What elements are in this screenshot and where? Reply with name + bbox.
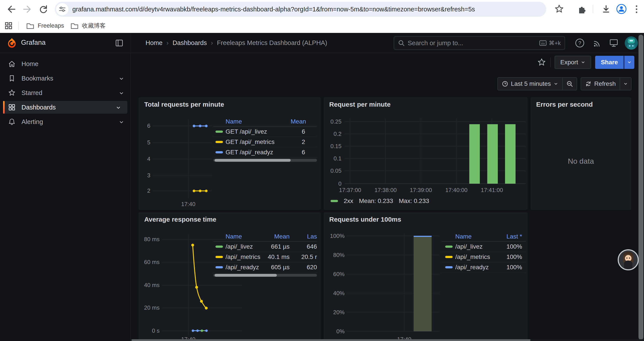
- refresh-interval-dropdown[interactable]: [620, 78, 631, 90]
- series-mean: 605 µs: [261, 264, 290, 271]
- back-icon[interactable]: [6, 4, 17, 15]
- series-last: 100%: [500, 243, 526, 250]
- brand-title: Grafana: [21, 39, 46, 47]
- legend-last-header[interactable]: Last *: [500, 233, 526, 240]
- bookmark-label: Freeleaps: [38, 22, 64, 29]
- apps-grid-icon[interactable]: [4, 22, 13, 30]
- forward-icon[interactable]: [22, 4, 32, 15]
- y-tick: 2: [141, 187, 150, 194]
- zoom-out-button[interactable]: [563, 78, 577, 90]
- export-button[interactable]: Export: [554, 56, 591, 69]
- panel-requests-under-100ms[interactable]: Requests under 100ms 100% 80% 60% 40% 20…: [324, 212, 528, 341]
- legend-scrollbar[interactable]: [213, 159, 317, 162]
- monitor-icon[interactable]: [608, 37, 620, 49]
- clock-icon: [502, 81, 508, 87]
- legend-scrollbar[interactable]: [213, 274, 317, 277]
- share-button[interactable]: Share: [595, 56, 624, 69]
- time-range-group: Last 5 minutes: [497, 77, 577, 90]
- grafana-header: Grafana Home › Dashboards › Freeleaps Me…: [0, 33, 644, 53]
- panel-errors-per-second[interactable]: Errors per second No data: [531, 97, 631, 210]
- assistant-avatar-image: [619, 250, 638, 269]
- header-divider: [131, 33, 131, 53]
- legend-row[interactable]: /api/_metrics 100%: [442, 252, 526, 262]
- menu-kebab-icon[interactable]: [634, 5, 639, 14]
- download-icon[interactable]: [601, 4, 611, 14]
- legend-scrollbar-thumb[interactable]: [214, 274, 277, 277]
- y-tick: 0.2: [326, 131, 342, 137]
- y-tick: 6: [141, 122, 150, 129]
- legend-mean-header[interactable]: Mean: [291, 118, 317, 125]
- bookmark-star-icon[interactable]: [554, 4, 564, 14]
- news-rss-icon[interactable]: [592, 37, 603, 49]
- series-color-pill: [216, 151, 223, 153]
- chevron-down-icon[interactable]: [118, 119, 124, 125]
- panel-request-per-minute[interactable]: Request per minute 0.25 0.2: [324, 97, 528, 210]
- series-color-pill: [445, 245, 453, 248]
- favorite-star-icon[interactable]: [537, 58, 546, 67]
- url-bar[interactable]: [55, 2, 546, 17]
- bookmark-label: 收藏博客: [82, 22, 106, 30]
- legend-row[interactable]: /api/_livez 661 µs 646: [213, 242, 317, 252]
- legend-row[interactable]: GET /api/_readyz 6: [213, 147, 317, 158]
- legend-name-header[interactable]: Name: [442, 233, 500, 240]
- sidebar-item-starred[interactable]: Starred: [0, 87, 130, 99]
- legend-name-header[interactable]: Name: [213, 118, 291, 125]
- time-range-picker[interactable]: Last 5 minutes: [498, 78, 562, 90]
- x-tick: 17:39:00: [408, 187, 434, 194]
- user-avatar[interactable]: [625, 37, 638, 50]
- zoom-out-icon: [566, 80, 573, 87]
- panel-total-requests[interactable]: Total requests per minute 6 5 4 3 2 17:4…: [139, 97, 320, 210]
- help-icon[interactable]: ?: [574, 37, 586, 49]
- series-name: /api/_metrics: [455, 253, 500, 260]
- search-box[interactable]: ⌘+k: [394, 36, 565, 50]
- reload-icon[interactable]: [38, 4, 49, 15]
- chevron-down-icon[interactable]: [118, 76, 124, 82]
- url-input[interactable]: [72, 6, 546, 13]
- sidebar-item-label: Dashboards: [22, 104, 56, 111]
- chevron-down-icon: [623, 81, 628, 86]
- svg-text:?: ?: [578, 40, 581, 46]
- sidebar-toggle-icon[interactable]: [115, 39, 124, 47]
- horizontal-scrollbar-thumb[interactable]: [132, 339, 530, 341]
- legend-mean-header[interactable]: Mean: [261, 233, 290, 240]
- legend-row[interactable]: GET /api/_metrics 2: [213, 137, 317, 147]
- floating-assistant-avatar[interactable]: [618, 249, 639, 270]
- breadcrumb-dashboards[interactable]: Dashboards: [172, 39, 207, 47]
- legend-row[interactable]: /api/_readyz 100%: [442, 262, 526, 272]
- legend-row[interactable]: /api/_readyz 605 µs 620: [213, 262, 317, 272]
- legend-name-header[interactable]: Name: [213, 233, 261, 240]
- legend-row[interactable]: GET /api/_livez 6: [213, 127, 317, 137]
- refresh-button[interactable]: Refresh: [581, 78, 620, 90]
- profile-avatar-icon[interactable]: [616, 4, 627, 15]
- sidebar-item-alerting[interactable]: Alerting: [0, 115, 130, 128]
- legend-row[interactable]: /api/_livez 100%: [442, 242, 526, 252]
- sidebar-item-label: Home: [22, 60, 38, 68]
- vertical-scrollbar-thumb[interactable]: [638, 35, 643, 340]
- legend-last-header[interactable]: Las: [290, 233, 317, 240]
- y-tick: 0.25: [326, 118, 342, 125]
- bookmark-folder-blog[interactable]: 收藏博客: [70, 20, 106, 31]
- chevron-down-icon[interactable]: [116, 105, 121, 111]
- share-dropdown-button[interactable]: [624, 56, 634, 69]
- y-tick: 100%: [326, 233, 344, 239]
- sidebar-item-bookmarks[interactable]: Bookmarks: [0, 72, 130, 85]
- extensions-icon[interactable]: [576, 4, 586, 14]
- grafana-logo[interactable]: [6, 37, 18, 49]
- legend-scrollbar-thumb[interactable]: [214, 159, 291, 162]
- sidebar-item-home[interactable]: Home: [0, 58, 130, 70]
- panel-avg-response-time[interactable]: Average response time 80 ms 60 ms 40 ms …: [139, 212, 320, 341]
- bookmark-folder-freeleaps[interactable]: Freeleaps: [26, 20, 64, 31]
- folder-icon: [26, 21, 35, 30]
- breadcrumb-home[interactable]: Home: [146, 39, 162, 47]
- series-color-pill: [216, 131, 223, 133]
- site-settings-icon[interactable]: [56, 3, 68, 15]
- sidebar-item-dashboards[interactable]: Dashboards: [3, 101, 127, 114]
- home-icon: [8, 60, 16, 68]
- search-input[interactable]: [408, 40, 539, 47]
- legend-header: Name Mean: [213, 117, 317, 127]
- legend-inline[interactable]: 2xx Mean: 0.233 Max: 0.233: [330, 197, 429, 204]
- series-last: 620: [290, 264, 317, 271]
- y-tick: 0.15: [326, 143, 342, 150]
- chevron-down-icon[interactable]: [118, 90, 124, 96]
- legend-row[interactable]: /api/_metrics 40.1 ms 20.5 r: [213, 252, 317, 262]
